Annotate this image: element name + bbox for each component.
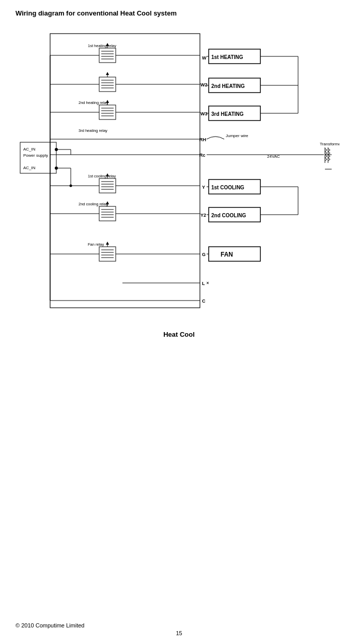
svg-text:1st cooling relay: 1st cooling relay <box>88 174 116 178</box>
diagram-container: AC_IN Power supply AC_IN 1st heating rel… <box>19 24 339 325</box>
svg-text:AC_IN: AC_IN <box>23 147 36 152</box>
svg-text:2nd cooling relay: 2nd cooling relay <box>79 202 108 206</box>
svg-rect-22 <box>99 77 116 92</box>
svg-text:AC_IN: AC_IN <box>23 166 36 170</box>
svg-text:G: G <box>202 252 206 257</box>
svg-text:Y2: Y2 <box>200 213 206 218</box>
svg-point-123 <box>69 185 72 187</box>
svg-text:1st COOLING: 1st COOLING <box>211 185 244 190</box>
page-title: Wiring diagram for conventional Heat Coo… <box>15 9 343 17</box>
page-number: 15 <box>176 630 182 636</box>
svg-text:Jumper wire: Jumper wire <box>226 133 248 138</box>
svg-text:3rd HEATING: 3rd HEATING <box>211 111 244 117</box>
svg-text:Fan relay: Fan relay <box>88 242 104 247</box>
svg-rect-67 <box>99 178 116 193</box>
svg-text:W2: W2 <box>200 82 208 87</box>
svg-text:Power supply: Power supply <box>23 153 48 158</box>
svg-text:C: C <box>202 298 206 304</box>
svg-rect-82 <box>99 206 116 221</box>
svg-text:FAN: FAN <box>221 251 233 258</box>
svg-rect-36 <box>99 105 116 119</box>
footer-copyright: © 2010 Computime Limited <box>15 622 84 628</box>
diagram-caption: Heat Cool <box>15 331 343 338</box>
wiring-diagram: AC_IN Power supply AC_IN 1st heating rel… <box>19 24 339 324</box>
svg-text:W: W <box>202 55 207 61</box>
svg-text:2nd heating relay: 2nd heating relay <box>79 100 108 105</box>
svg-rect-108 <box>209 247 260 261</box>
svg-rect-0 <box>50 34 200 308</box>
svg-rect-97 <box>99 247 116 261</box>
svg-text:W3: W3 <box>200 111 208 116</box>
svg-text:1st HEATING: 1st HEATING <box>211 54 243 60</box>
svg-text:Transformer: Transformer <box>320 142 339 146</box>
svg-marker-103 <box>106 242 109 245</box>
svg-text:3rd heating relay: 3rd heating relay <box>79 128 107 133</box>
svg-text:2nd HEATING: 2nd HEATING <box>211 83 245 89</box>
svg-text:RH: RH <box>199 137 206 142</box>
svg-text:1st heating relay: 1st heating relay <box>88 43 116 48</box>
page: Wiring diagram for conventional Heat Coo… <box>0 0 358 644</box>
svg-text:2nd COOLING: 2nd COOLING <box>211 213 246 218</box>
svg-text:Y: Y <box>202 185 205 190</box>
svg-marker-28 <box>106 72 109 75</box>
svg-text:Rc: Rc <box>199 153 206 158</box>
svg-rect-7 <box>99 48 116 63</box>
svg-text:L: L <box>202 281 205 286</box>
